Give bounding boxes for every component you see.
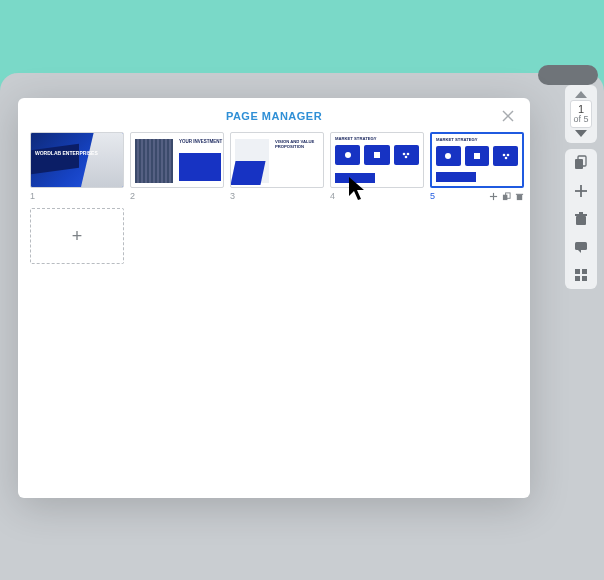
slide-thumb-1[interactable]: WORDLAB ENTERPRISES — [30, 132, 124, 188]
slide-item[interactable]: WORDLAB ENTERPRISES 1 — [30, 132, 124, 202]
page-manager-modal: PAGE MANAGER WORDLAB ENTERPRISES 1 YOUR … — [18, 98, 530, 498]
svg-rect-21 — [474, 153, 480, 159]
slide-number: 5 — [430, 191, 435, 201]
svg-rect-5 — [575, 214, 587, 216]
slide-number: 3 — [230, 191, 235, 201]
svg-rect-7 — [575, 242, 587, 250]
top-pill — [538, 65, 598, 85]
grid-view-button[interactable] — [573, 267, 589, 283]
slide-item[interactable]: VISION AND VALUE PROPOSITION 3 — [230, 132, 324, 202]
svg-rect-27 — [503, 195, 508, 200]
svg-point-20 — [445, 153, 451, 159]
svg-point-24 — [504, 157, 507, 160]
side-toolbar: 1 of 5 — [564, 85, 598, 289]
page-tools — [565, 149, 597, 289]
add-page-button[interactable] — [573, 183, 589, 199]
page-up-button[interactable] — [575, 91, 587, 98]
slide-item[interactable]: MARKET STRATEGY 5 — [430, 132, 524, 202]
page-indicator[interactable]: 1 of 5 — [570, 100, 592, 128]
svg-rect-6 — [579, 212, 583, 214]
cursor-icon — [348, 176, 368, 202]
svg-rect-30 — [516, 194, 523, 195]
notes-button[interactable] — [573, 239, 589, 255]
svg-rect-10 — [582, 269, 587, 274]
svg-rect-16 — [374, 152, 380, 158]
delete-slide-icon[interactable] — [515, 187, 524, 205]
svg-rect-9 — [575, 269, 580, 274]
slides-row: WORDLAB ENTERPRISES 1 YOUR INVESTMENT 2 … — [30, 132, 518, 202]
slide-5-title: MARKET STRATEGY — [436, 137, 478, 142]
slide-1-title: WORDLAB ENTERPRISES — [35, 151, 98, 157]
slide-actions — [489, 187, 524, 205]
svg-rect-12 — [582, 276, 587, 281]
slide-number: 1 — [30, 191, 35, 201]
slide-item[interactable]: YOUR INVESTMENT 2 — [130, 132, 224, 202]
svg-point-15 — [345, 152, 351, 158]
svg-point-17 — [403, 153, 406, 156]
svg-point-22 — [502, 154, 505, 157]
slide-2-title: YOUR INVESTMENT — [179, 139, 222, 144]
svg-rect-0 — [575, 159, 583, 169]
svg-rect-4 — [576, 216, 586, 225]
close-button[interactable] — [502, 108, 518, 124]
plus-icon: + — [72, 226, 83, 247]
modal-title: PAGE MANAGER — [30, 110, 518, 122]
svg-marker-8 — [578, 250, 581, 253]
slide-thumb-4[interactable]: MARKET STRATEGY — [330, 132, 424, 188]
slide-4-title: MARKET STRATEGY — [335, 136, 377, 141]
page-down-button[interactable] — [575, 130, 587, 137]
add-slide-tile[interactable]: + — [30, 208, 124, 264]
close-icon — [502, 110, 514, 122]
duplicate-page-button[interactable] — [573, 155, 589, 171]
slide-3-title: VISION AND VALUE PROPOSITION — [275, 139, 323, 149]
total-pages: of 5 — [571, 115, 591, 125]
slide-number: 2 — [130, 191, 135, 201]
slide-thumb-5[interactable]: MARKET STRATEGY — [430, 132, 524, 188]
delete-page-button[interactable] — [573, 211, 589, 227]
duplicate-slide-icon[interactable] — [502, 187, 511, 205]
svg-point-18 — [407, 153, 410, 156]
page-navigator: 1 of 5 — [565, 85, 597, 143]
svg-rect-29 — [517, 195, 522, 200]
slide-thumb-3[interactable]: VISION AND VALUE PROPOSITION — [230, 132, 324, 188]
svg-point-19 — [405, 156, 408, 159]
add-slide-icon[interactable] — [489, 187, 498, 205]
svg-marker-31 — [349, 177, 364, 200]
slide-item[interactable]: MARKET STRATEGY 4 — [330, 132, 424, 202]
svg-rect-11 — [575, 276, 580, 281]
slide-number: 4 — [330, 191, 335, 201]
slide-thumb-2[interactable]: YOUR INVESTMENT — [130, 132, 224, 188]
svg-point-23 — [506, 154, 509, 157]
